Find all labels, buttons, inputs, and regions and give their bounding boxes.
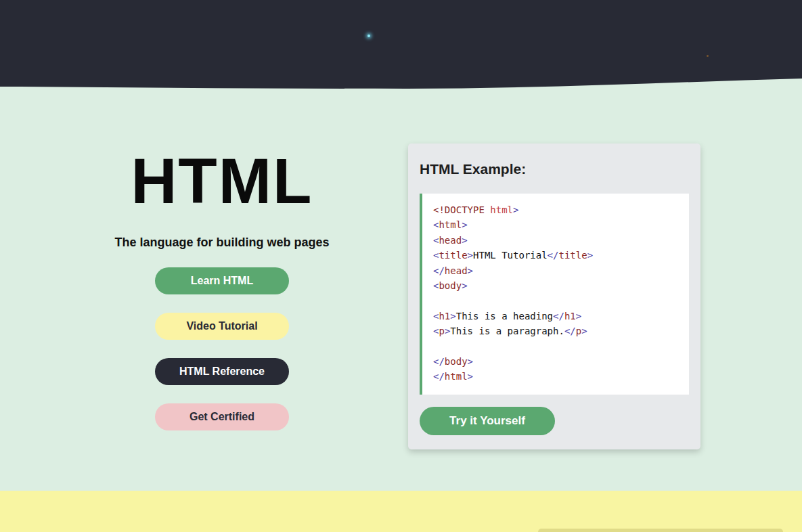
footer-yellow-strip <box>0 491 802 532</box>
html-reference-button[interactable]: HTML Reference <box>155 358 289 385</box>
page-header <box>0 0 802 91</box>
code-block: <!DOCTYPE html><html><head><title>HTML T… <box>420 194 689 395</box>
hero-button-stack: Learn HTML Video Tutorial HTML Reference… <box>87 267 357 430</box>
star-icon-faint <box>707 55 709 57</box>
example-heading: HTML Example: <box>420 161 689 177</box>
page-subtitle: The language for building web pages <box>87 236 357 250</box>
star-icon <box>367 35 370 37</box>
page-title: HTML <box>87 149 357 214</box>
learn-html-button[interactable]: Learn HTML <box>155 267 289 294</box>
get-certified-button[interactable]: Get Certified <box>155 403 289 430</box>
hero-section: HTML The language for building web pages… <box>87 149 357 449</box>
html-example-card: HTML Example: <!DOCTYPE html><html><head… <box>408 143 700 449</box>
header-curve-shape <box>0 0 802 91</box>
next-section-card-edge <box>538 529 783 532</box>
try-it-yourself-button[interactable]: Try it Yourself <box>420 407 555 435</box>
video-tutorial-button[interactable]: Video Tutorial <box>155 313 289 340</box>
